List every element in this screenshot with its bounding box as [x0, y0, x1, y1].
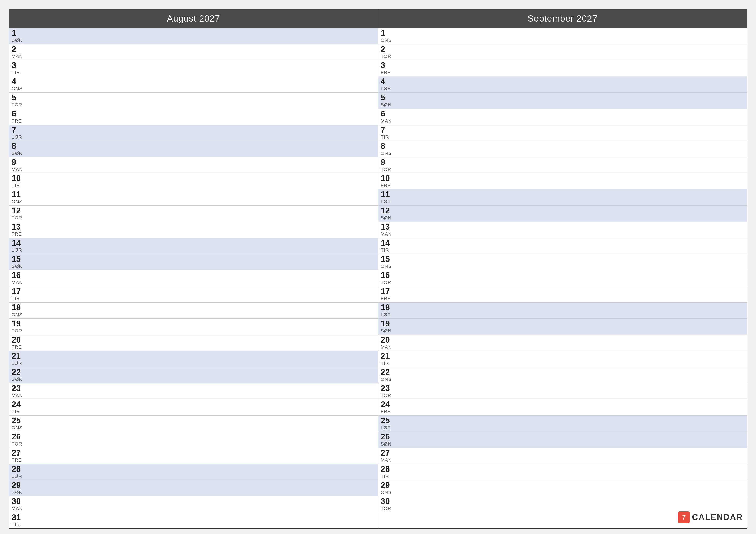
day-row-0-21: 22SØN	[9, 367, 378, 383]
day-number-0-17: 18	[12, 303, 27, 312]
day-info-1-15: 16TOR	[381, 271, 396, 285]
day-row-1-13: 14TIR	[378, 238, 747, 254]
day-number-0-18: 19	[12, 319, 27, 328]
day-row-1-27: 28TIR	[378, 464, 747, 480]
day-row-1-19: 20MAN	[378, 335, 747, 351]
day-info-1-1: 2TOR	[381, 45, 396, 59]
day-name-1-20: TIR	[381, 361, 396, 366]
day-number-0-25: 26	[12, 433, 27, 441]
day-info-0-9: 10TIR	[12, 174, 27, 189]
day-name-1-19: MAN	[381, 344, 396, 350]
day-name-0-24: ONS	[12, 425, 27, 431]
day-number-0-12: 13	[12, 223, 27, 231]
day-info-1-16: 17FRE	[381, 287, 396, 301]
day-info-1-0: 1ONS	[381, 29, 396, 43]
day-name-0-10: ONS	[12, 199, 27, 205]
day-number-0-5: 6	[12, 110, 27, 118]
day-row-0-10: 11ONS	[9, 190, 378, 206]
day-row-0-24: 25ONS	[9, 416, 378, 432]
day-number-0-30: 31	[12, 513, 27, 521]
day-number-1-17: 18	[381, 303, 396, 312]
day-info-0-3: 4ONS	[12, 77, 27, 91]
day-row-1-22: 23TOR	[378, 383, 747, 399]
day-number-0-26: 27	[12, 449, 27, 457]
day-number-0-28: 29	[12, 481, 27, 489]
day-name-1-28: ONS	[381, 490, 396, 495]
day-row-0-23: 24TIR	[9, 399, 378, 416]
day-number-0-29: 30	[12, 497, 27, 505]
day-number-0-3: 4	[12, 77, 27, 86]
day-name-0-30: TIR	[12, 522, 27, 527]
day-number-1-29: 30	[381, 497, 396, 505]
day-name-0-14: SØN	[12, 264, 27, 269]
day-row-0-14: 15SØN	[9, 254, 378, 270]
day-row-0-8: 9MAN	[9, 157, 378, 173]
day-number-1-0: 1	[381, 29, 396, 37]
day-info-1-2: 3FRE	[381, 61, 396, 75]
day-row-1-16: 17FRE	[378, 286, 747, 302]
day-name-0-26: FRE	[12, 457, 27, 463]
day-row-0-0: 1SØN	[9, 28, 378, 44]
day-name-0-21: SØN	[12, 377, 27, 382]
day-name-0-25: TOR	[12, 441, 27, 447]
day-number-0-6: 7	[12, 126, 27, 134]
day-number-1-6: 7	[381, 126, 396, 134]
day-number-1-22: 23	[381, 384, 396, 392]
day-number-1-8: 9	[381, 158, 396, 166]
day-row-0-28: 29SØN	[9, 480, 378, 496]
day-info-0-10: 11ONS	[12, 191, 27, 205]
day-row-0-13: 14LØR	[9, 238, 378, 254]
day-row-0-20: 21LØR	[9, 351, 378, 367]
day-info-0-26: 27FRE	[12, 449, 27, 463]
day-name-1-10: LØR	[381, 199, 396, 205]
day-number-1-12: 13	[381, 223, 396, 231]
day-name-0-16: TIR	[12, 296, 27, 301]
day-number-1-26: 27	[381, 449, 396, 457]
day-row-1-1: 2TOR	[378, 44, 747, 60]
day-number-1-10: 11	[381, 191, 396, 198]
day-info-1-20: 21TIR	[381, 352, 396, 366]
day-name-0-27: LØR	[12, 473, 27, 479]
day-row-1-5: 6MAN	[378, 109, 747, 125]
day-number-0-9: 10	[12, 174, 27, 182]
day-info-1-24: 25LØR	[381, 417, 396, 431]
day-row-0-30: 31TIR	[9, 513, 378, 528]
day-info-0-22: 23MAN	[12, 384, 27, 398]
day-name-1-6: TIR	[381, 134, 396, 140]
day-row-1-17: 18LØR	[378, 302, 747, 319]
day-row-1-24: 25LØR	[378, 416, 747, 432]
day-row-1-29: 30TOR	[378, 496, 747, 512]
day-name-0-11: TOR	[12, 215, 27, 221]
day-info-1-18: 19SØN	[381, 319, 396, 334]
day-info-0-30: 31TIR	[12, 513, 27, 527]
day-name-0-12: FRE	[12, 231, 27, 237]
day-info-0-15: 16MAN	[12, 271, 27, 285]
day-row-0-2: 3TIR	[9, 60, 378, 76]
day-row-0-18: 19TOR	[9, 319, 378, 335]
day-name-1-14: ONS	[381, 264, 396, 269]
day-row-1-21: 22ONS	[378, 367, 747, 383]
day-info-0-21: 22SØN	[12, 368, 27, 382]
day-info-1-21: 22ONS	[381, 368, 396, 382]
day-name-0-0: SØN	[12, 38, 27, 43]
day-number-0-23: 24	[12, 400, 27, 408]
day-name-1-26: MAN	[381, 457, 396, 463]
day-row-1-28: 29ONS	[378, 480, 747, 496]
day-name-1-16: FRE	[381, 296, 396, 301]
day-info-0-18: 19TOR	[12, 319, 27, 334]
day-number-0-10: 11	[12, 191, 27, 198]
day-name-1-29: TOR	[381, 506, 396, 511]
day-number-1-13: 14	[381, 239, 396, 247]
day-number-0-11: 12	[12, 207, 27, 215]
day-number-1-9: 10	[381, 174, 396, 182]
day-name-1-11: SØN	[381, 215, 396, 221]
day-name-1-12: MAN	[381, 231, 396, 237]
day-row-1-20: 21TIR	[378, 351, 747, 367]
day-number-1-27: 28	[381, 465, 396, 473]
day-info-1-28: 29ONS	[381, 481, 396, 495]
day-row-1-7: 8ONS	[378, 141, 747, 157]
watermark: 7 CALENDAR	[678, 511, 743, 523]
day-number-1-28: 29	[381, 481, 396, 489]
day-info-0-20: 21LØR	[12, 352, 27, 366]
month-header-1: September 2027	[378, 9, 747, 28]
